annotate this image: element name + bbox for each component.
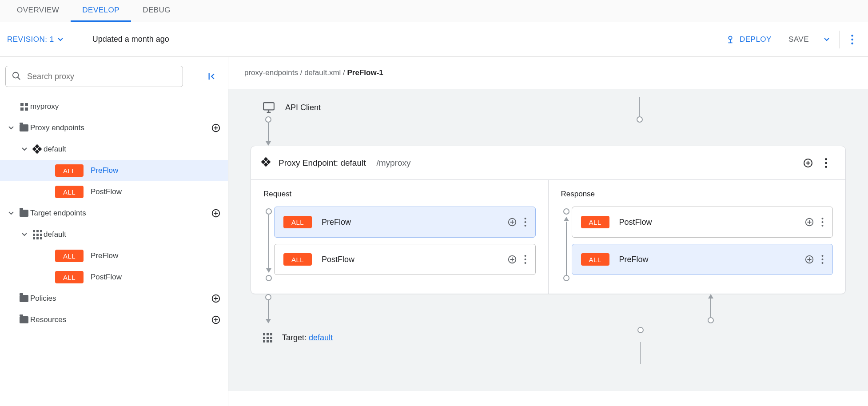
request-pane: Request ALL PreFlow (251, 180, 548, 294)
response-postflow-block[interactable]: ALL PostFlow (572, 207, 833, 238)
all-badge: ALL (581, 253, 609, 266)
tree-target-flow-postflow[interactable]: ALL PostFlow (0, 267, 228, 288)
tree-proxy-endpoint-default[interactable]: default (0, 139, 228, 160)
save-dropdown-button[interactable] (818, 31, 836, 48)
search-input[interactable] (5, 66, 183, 87)
tree-section-target-endpoints[interactable]: Target endpoints (0, 203, 228, 224)
block-add-button[interactable] (507, 255, 517, 264)
all-badge: ALL (55, 164, 84, 177)
arrow-down-icon (263, 116, 274, 146)
section-label: Policies (30, 294, 211, 303)
crumb[interactable]: default.xml (304, 68, 341, 77)
section-label: Proxy endpoints (30, 123, 211, 132)
response-pane: Response ALL PostFlow (548, 180, 846, 294)
tree-target-endpoint-default[interactable]: default (0, 224, 228, 245)
request-postflow-block[interactable]: ALL PostFlow (274, 244, 536, 275)
arrow-down-icon (263, 294, 274, 323)
card-subtitle: /myproxy (376, 158, 410, 168)
card-add-button[interactable] (799, 154, 817, 172)
api-client-label: API Client (285, 103, 321, 112)
all-badge: ALL (283, 253, 312, 266)
tree-section-policies[interactable]: Policies (0, 288, 228, 309)
tab-debug[interactable]: Debug (131, 0, 182, 22)
svg-rect-9 (263, 103, 274, 110)
block-more-button[interactable] (821, 218, 824, 227)
arrow-up-icon (705, 294, 716, 323)
grid9-icon (31, 230, 44, 239)
all-badge: ALL (55, 250, 84, 262)
block-label: PostFlow (322, 255, 507, 264)
svg-point-3 (851, 42, 853, 44)
add-resource-button[interactable] (211, 315, 221, 325)
chevron-down-icon (18, 233, 31, 236)
card-more-button[interactable] (817, 154, 835, 172)
tree-section-proxy-endpoints[interactable]: Proxy endpoints (0, 117, 228, 139)
request-preflow-block[interactable]: ALL PreFlow (274, 207, 536, 238)
all-badge: ALL (283, 216, 312, 228)
chevron-down-icon (18, 147, 31, 151)
section-label: Resources (30, 315, 211, 324)
flow-diagram: API Client Proxy Endpoint: default /mypr… (228, 89, 868, 391)
all-badge: ALL (55, 186, 84, 198)
divider (839, 31, 840, 48)
endpoint-label: default (44, 230, 221, 239)
tree-target-flow-preflow[interactable]: ALL PreFlow (0, 245, 228, 267)
svg-point-21 (524, 262, 526, 264)
proxy-endpoint-card: Proxy Endpoint: default /myproxy Request (251, 146, 846, 294)
block-add-button[interactable] (804, 217, 814, 227)
deploy-button[interactable]: Deploy (717, 35, 780, 44)
response-title: Response (561, 190, 833, 199)
svg-point-17 (524, 225, 526, 227)
folder-icon (18, 124, 30, 131)
svg-point-12 (825, 162, 827, 163)
deploy-icon (725, 35, 740, 44)
save-button[interactable]: Save (780, 35, 818, 44)
block-more-button[interactable] (524, 218, 526, 227)
diamond-icon (262, 158, 271, 168)
revision-select[interactable]: Revision: 1 (7, 35, 63, 44)
revision-label: Revision: 1 (7, 35, 54, 44)
block-add-button[interactable] (507, 217, 517, 227)
search-icon (12, 71, 21, 81)
breadcrumb: proxy-endpoints / default.xml / PreFlow-… (228, 57, 868, 89)
add-policy-button[interactable] (211, 294, 221, 303)
more-button[interactable] (843, 31, 861, 48)
svg-point-1 (851, 35, 853, 36)
flow-label: PostFlow (91, 187, 221, 196)
tree-root-proxy[interactable]: myproxy (0, 96, 228, 117)
svg-point-15 (524, 218, 526, 219)
tree-section-resources[interactable]: Resources (0, 309, 228, 330)
response-preflow-block[interactable]: ALL PreFlow (572, 244, 833, 275)
block-more-button[interactable] (821, 255, 824, 264)
card-title: Proxy Endpoint: default (279, 158, 366, 168)
collapse-sidebar-button[interactable] (207, 72, 223, 81)
tab-bar: Overview Develop Debug (0, 0, 868, 22)
svg-point-28 (822, 259, 824, 260)
svg-point-20 (524, 259, 526, 260)
crumb[interactable]: proxy-endpoints (244, 68, 298, 77)
chevron-down-icon (4, 211, 18, 215)
tree-root-label: myproxy (30, 102, 221, 111)
crumb-current: PreFlow-1 (347, 68, 383, 77)
block-label: PreFlow (322, 218, 507, 227)
sidebar: myproxy Proxy endpoints (0, 57, 228, 406)
tree-flow-preflow[interactable]: ALL PreFlow (0, 160, 228, 181)
target-link[interactable]: default (309, 333, 333, 342)
tree-flow-postflow[interactable]: ALL PostFlow (0, 181, 228, 203)
svg-point-4 (13, 72, 19, 78)
flow-label: PreFlow (91, 166, 221, 175)
monitor-icon (263, 102, 275, 113)
nav-tree: myproxy Proxy endpoints (0, 94, 228, 330)
block-add-button[interactable] (804, 255, 814, 264)
block-more-button[interactable] (524, 255, 526, 264)
tab-overview[interactable]: Overview (5, 0, 71, 22)
grid-icon (18, 103, 30, 111)
updated-label: Updated a month ago (92, 35, 169, 44)
add-proxy-endpoint-button[interactable] (211, 123, 221, 133)
folder-icon (18, 210, 30, 217)
svg-point-29 (822, 262, 824, 264)
folder-icon (18, 295, 30, 302)
add-target-endpoint-button[interactable] (211, 208, 221, 218)
all-badge: ALL (55, 271, 84, 283)
tab-develop[interactable]: Develop (71, 0, 131, 22)
